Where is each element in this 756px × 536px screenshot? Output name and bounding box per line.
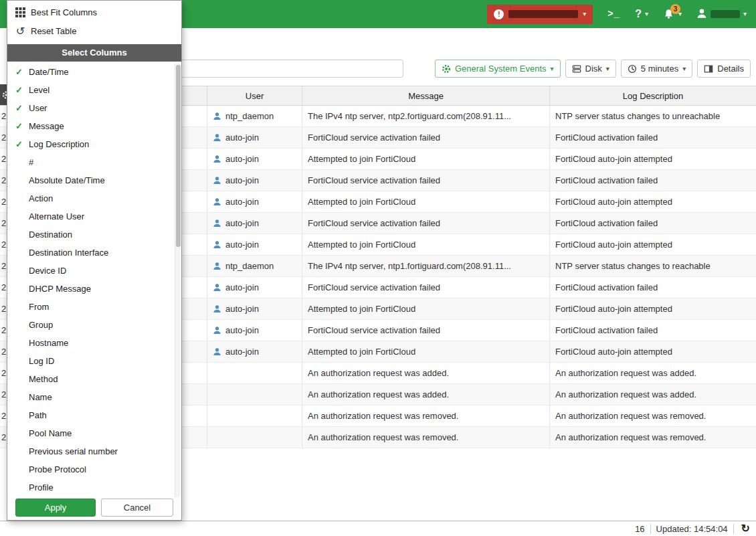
cell-log-description: FortiCloud auto-join attempted: [550, 298, 756, 319]
cell-message: FortiCloud service activation failed: [302, 277, 550, 298]
column-option-label: Profile: [29, 482, 54, 493]
column-option[interactable]: ✓ Log Description: [7, 135, 181, 153]
column-option-label: Date/Time: [29, 67, 68, 77]
cell-user: [207, 427, 302, 448]
column-option-label: Probe Protocol: [29, 464, 86, 474]
column-list-scrollbar[interactable]: [175, 64, 181, 497]
column-option-label: Message: [29, 121, 64, 131]
column-option[interactable]: Destination Interface: [7, 244, 181, 262]
username-text: auto-join: [225, 175, 259, 185]
cell-message: Attempted to join FortiCloud: [302, 191, 550, 212]
col-header-user[interactable]: User: [207, 86, 302, 105]
check-icon: ✓: [15, 139, 29, 149]
user-menu-button[interactable]: ▾: [696, 8, 747, 21]
topbar-right-group: ! ▾ >_ ? ▾ 3 ▾ ▾: [487, 0, 756, 28]
column-option[interactable]: ✓ User: [7, 99, 181, 117]
column-option-label: Group: [29, 320, 53, 330]
user-icon: [213, 197, 221, 206]
time-range-dropdown[interactable]: 5 minutes ▾: [621, 60, 692, 78]
column-option-label: #: [29, 157, 33, 167]
user-icon: [213, 240, 221, 249]
help-menu-button[interactable]: ? ▾: [635, 8, 648, 20]
user-icon: [213, 112, 221, 120]
column-option[interactable]: Profile: [7, 478, 181, 497]
apply-button[interactable]: Apply: [15, 499, 96, 517]
column-option-label: User: [29, 103, 47, 113]
cell-log-description: NTP server status changes to unreachable: [550, 106, 756, 126]
column-option-label: Action: [29, 193, 53, 203]
column-option-label: Path: [29, 410, 47, 420]
notification-badge: 3: [670, 4, 680, 14]
user-icon: [213, 347, 221, 356]
divider: [733, 524, 734, 534]
cell-user: auto-join: [207, 277, 302, 298]
cell-message: FortiCloud service activation failed: [302, 320, 550, 341]
column-option[interactable]: Log ID: [7, 352, 181, 370]
user-icon: [213, 155, 221, 163]
cell-message: Attempted to join FortiCloud: [302, 341, 550, 362]
column-option[interactable]: Probe Protocol: [7, 460, 181, 478]
cell-message: FortiCloud service activation failed: [302, 213, 550, 234]
column-option-label: Log ID: [29, 356, 54, 366]
column-option[interactable]: Device ID: [7, 262, 181, 280]
column-option[interactable]: ✓ Level: [7, 81, 181, 99]
cell-message: An authorization request was removed.: [302, 406, 550, 426]
username-text: auto-join: [225, 325, 259, 335]
username-text: auto-join: [225, 304, 259, 314]
gear-icon: [442, 64, 451, 74]
cell-message: An authorization request was removed.: [302, 427, 550, 448]
alert-exclamation-icon: !: [494, 9, 504, 19]
column-option[interactable]: ✓ Message: [7, 117, 181, 135]
column-option[interactable]: Absolute Date/Time: [7, 171, 181, 189]
column-option[interactable]: ✓ Date/Time: [7, 63, 181, 81]
chevron-down-icon: ▾: [606, 66, 609, 72]
column-option[interactable]: Method: [7, 370, 181, 388]
log-source-label: Disk: [585, 64, 602, 74]
column-option[interactable]: Alternate User: [7, 207, 181, 226]
column-option[interactable]: Destination: [7, 226, 181, 244]
column-option[interactable]: From: [7, 298, 181, 316]
details-label: Details: [717, 64, 744, 74]
cell-log-description: FortiCloud auto-join attempted: [550, 234, 756, 255]
event-category-dropdown[interactable]: General System Events ▾: [435, 60, 561, 78]
refresh-button[interactable]: ↻: [739, 523, 752, 535]
cli-console-button[interactable]: >_: [607, 9, 620, 19]
column-option[interactable]: Name: [7, 388, 181, 406]
col-header-message[interactable]: Message: [302, 86, 550, 105]
column-option-label: Previous serial number: [29, 446, 118, 456]
scrollbar-thumb[interactable]: [176, 65, 181, 247]
user-icon: [213, 133, 221, 142]
reset-table-item[interactable]: ↺ Reset Table: [7, 21, 181, 40]
reset-table-label: Reset Table: [31, 26, 76, 36]
username-text: auto-join: [225, 282, 259, 292]
column-option-label: Pool Name: [29, 428, 72, 438]
cell-log-description: An authorization request was added.: [550, 363, 756, 383]
notifications-button[interactable]: 3 ▾: [663, 8, 682, 20]
column-option-label: DHCP Message: [29, 284, 91, 294]
best-fit-columns-item[interactable]: Best Fit Columns: [7, 3, 181, 21]
column-option[interactable]: Action: [7, 189, 181, 207]
column-option[interactable]: Group: [7, 316, 181, 334]
cell-message: The IPv4 ntp server, ntp1.fortiguard.com…: [302, 256, 550, 276]
column-option[interactable]: #: [7, 153, 181, 171]
column-option[interactable]: DHCP Message: [7, 280, 181, 298]
cell-message: FortiCloud service activation failed: [302, 170, 550, 191]
reset-icon: ↺: [15, 25, 25, 37]
column-option[interactable]: Path: [7, 406, 181, 424]
column-option-label: Destination Interface: [29, 248, 108, 258]
column-option[interactable]: Previous serial number: [7, 442, 181, 460]
username-text: auto-join: [225, 197, 259, 207]
column-option[interactable]: Pool Name: [7, 424, 181, 442]
col-header-log-description[interactable]: Log Description: [550, 86, 756, 105]
log-source-dropdown[interactable]: Disk ▾: [565, 60, 616, 78]
details-toggle-button[interactable]: Details: [697, 60, 751, 78]
cancel-button[interactable]: Cancel: [101, 499, 173, 517]
event-category-label: General System Events: [455, 64, 547, 74]
cell-log-description: FortiCloud activation failed: [550, 170, 756, 191]
alert-button[interactable]: ! ▾: [487, 5, 593, 24]
user-icon: [213, 262, 221, 270]
chevron-down-icon: ▾: [645, 11, 648, 17]
cell-message: An authorization request was added.: [302, 384, 550, 405]
cell-message: Attempted to join FortiCloud: [302, 234, 550, 255]
column-option[interactable]: Hostname: [7, 334, 181, 352]
